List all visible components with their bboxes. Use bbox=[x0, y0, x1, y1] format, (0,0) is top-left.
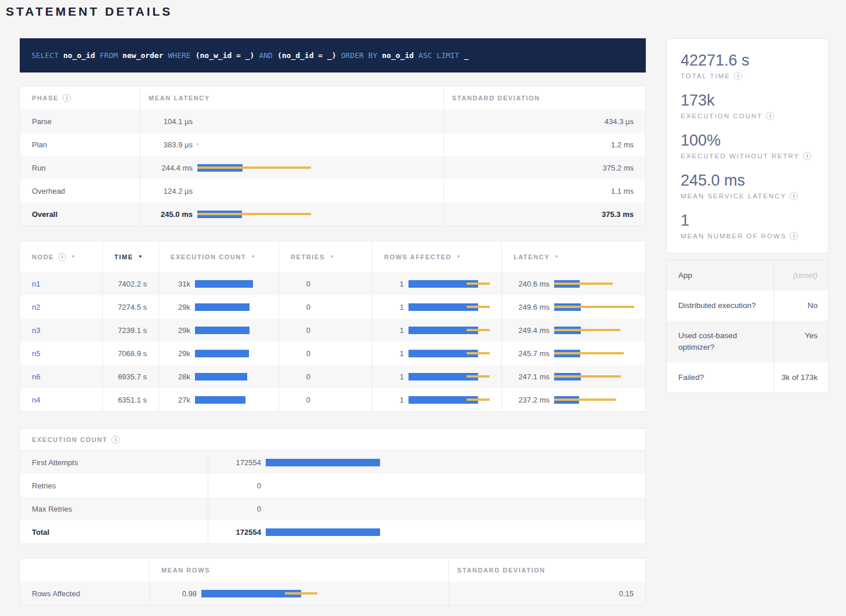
node-link[interactable]: n3 bbox=[32, 326, 40, 335]
sql-query-text: SELECTno_o_idFROMnew_orderWHERE(no_w_id … bbox=[31, 51, 469, 60]
mean-bar bbox=[195, 280, 253, 288]
standard-deviation-value: 1.2 ms bbox=[611, 140, 634, 149]
execution-count-row-label: Total bbox=[32, 528, 49, 537]
execution-count-row: Total 172554 bbox=[20, 520, 645, 543]
summary-stat-value: 100% bbox=[681, 131, 814, 150]
node-link[interactable]: n6 bbox=[32, 372, 40, 381]
execution-count-bar bbox=[195, 396, 276, 404]
mean-rows-column-header: MEAN ROWS bbox=[161, 567, 210, 574]
standard-deviation-column-header: STANDARD DEVIATION bbox=[452, 95, 540, 102]
execution-count-bar bbox=[195, 350, 276, 357]
node-link[interactable]: n2 bbox=[32, 303, 40, 311]
summary-stat-value: 42271.6 s bbox=[681, 51, 814, 70]
standard-deviation-value: 434.3 µs bbox=[605, 117, 634, 126]
execution-count-bar bbox=[266, 459, 382, 466]
node-table-row: n1 7402.2 s 31k 0 1 240.6 bbox=[20, 272, 645, 295]
node-table-row: n5 7068.9 s 29k 0 1 245.7 bbox=[20, 342, 645, 365]
node-link[interactable]: n1 bbox=[32, 280, 40, 288]
latency-column-header[interactable]: LATENCY ▼ bbox=[501, 241, 645, 272]
rows-affected-row-label: Rows Affected bbox=[32, 589, 80, 598]
standard-deviation-value: 375.3 ms bbox=[602, 210, 634, 219]
latency-bar bbox=[197, 211, 313, 218]
info-icon[interactable]: i bbox=[790, 232, 798, 240]
info-icon[interactable]: i bbox=[803, 152, 811, 160]
execution-count-bar bbox=[266, 528, 382, 536]
info-icon[interactable]: i bbox=[58, 253, 66, 261]
stddev-whisker bbox=[554, 375, 621, 378]
stddev-whisker bbox=[467, 329, 490, 331]
info-icon[interactable]: i bbox=[111, 436, 120, 444]
retries-column-header[interactable]: RETRIES ▼ bbox=[279, 241, 372, 272]
mean-rows-bar bbox=[201, 590, 317, 597]
stddev-whisker bbox=[554, 282, 613, 285]
sql-token: FROM bbox=[100, 51, 118, 60]
info-icon[interactable]: i bbox=[790, 192, 798, 200]
node-execution-count-value: 31k bbox=[164, 280, 190, 288]
summary-stat-label: MEAN SERVICE LATENCY bbox=[681, 190, 786, 202]
node-rows-affected-value: 1 bbox=[377, 280, 404, 288]
page-title: STATEMENT DETAILS bbox=[6, 5, 172, 19]
node-link[interactable]: n4 bbox=[32, 396, 40, 404]
attribute-label: Failed? bbox=[667, 363, 773, 393]
node-time-value: 7068.9 s bbox=[118, 349, 147, 358]
standard-deviation-value: 1.1 ms bbox=[611, 187, 634, 195]
attribute-label: Distributed execution? bbox=[667, 291, 773, 321]
phase-table-row: Run 244.4 ms 375.2 ms bbox=[20, 156, 645, 179]
statement-attributes-panel: App (unset) Distributed execution? No Us… bbox=[666, 260, 829, 393]
node-table-row: n2 7274.5 s 29k 0 1 249.6 bbox=[20, 295, 645, 318]
node-latency-value: 247.1 ms bbox=[507, 372, 549, 381]
execution-count-bar bbox=[195, 280, 276, 288]
execution-count-column-header[interactable]: EXECUTION COUNT ▼ bbox=[158, 241, 279, 272]
node-time-value: 6935.7 s bbox=[118, 372, 147, 381]
execution-count-value: 172554 bbox=[213, 458, 261, 467]
attribute-value: (unset) bbox=[773, 260, 828, 291]
node-retries-value: 0 bbox=[284, 372, 310, 381]
sort-desc-icon[interactable]: ▼ bbox=[138, 254, 143, 259]
info-icon[interactable]: i bbox=[63, 94, 71, 102]
stddev-whisker bbox=[554, 329, 620, 331]
latency-bar bbox=[554, 396, 647, 404]
rows-affected-column-header[interactable]: ROWS AFFECTED ▼ bbox=[372, 241, 501, 272]
sql-query-box: SELECTno_o_idFROMnew_orderWHERE(no_w_id … bbox=[20, 38, 646, 73]
time-column-header[interactable]: TIME ▼ bbox=[102, 241, 158, 272]
execution-count-row: Retries 0 bbox=[20, 474, 645, 497]
sql-token: WHERE bbox=[168, 51, 191, 60]
mean-rows-value: 0.98 bbox=[154, 589, 197, 598]
sort-desc-icon[interactable]: ▼ bbox=[251, 254, 255, 259]
node-time-value: 7402.2 s bbox=[118, 280, 147, 288]
node-table-row: n3 7239.1 s 29k 0 1 249.4 bbox=[20, 318, 645, 342]
stddev-whisker bbox=[467, 375, 490, 378]
summary-stat-label: MEAN NUMBER OF ROWS bbox=[681, 230, 786, 242]
summary-stat-value: 245.0 ms bbox=[681, 171, 814, 190]
latency-bar bbox=[554, 280, 647, 288]
phase-label: Overhead bbox=[32, 187, 65, 195]
rows-affected-bar bbox=[408, 327, 501, 334]
stddev-whisker bbox=[467, 306, 490, 308]
sort-desc-icon[interactable]: ▼ bbox=[71, 254, 75, 259]
sort-desc-icon[interactable]: ▼ bbox=[330, 254, 334, 259]
info-icon[interactable]: i bbox=[766, 112, 774, 120]
execution-count-row: First Attempts 172554 bbox=[20, 451, 645, 474]
stddev-whisker bbox=[467, 282, 490, 285]
node-retries-value: 0 bbox=[284, 349, 310, 358]
node-link[interactable]: n5 bbox=[32, 349, 40, 358]
mean-latency-value: 245.0 ms bbox=[145, 210, 193, 219]
mean-bar bbox=[195, 396, 245, 404]
summary-stat: 173k EXECUTION COUNT i bbox=[681, 91, 814, 122]
sql-token: (no_d_id = _) bbox=[277, 51, 337, 60]
sort-desc-icon[interactable]: ▼ bbox=[554, 254, 559, 259]
node-column-header[interactable]: NODE i ▼ bbox=[20, 241, 102, 272]
summary-stat-label: EXECUTED WITHOUT RETRY bbox=[681, 150, 800, 162]
sort-desc-icon[interactable]: ▼ bbox=[456, 254, 461, 259]
stddev-whisker bbox=[554, 398, 616, 401]
sql-token: _ bbox=[464, 51, 469, 60]
summary-stat-value: 1 bbox=[681, 211, 814, 230]
node-retries-value: 0 bbox=[284, 280, 310, 288]
info-icon[interactable]: i bbox=[734, 72, 742, 80]
node-rows-affected-value: 1 bbox=[377, 372, 404, 381]
node-time-value: 7274.5 s bbox=[118, 303, 147, 311]
execution-count-table: EXECUTION COUNT i First Attempts 172554 … bbox=[20, 428, 646, 544]
summary-stat: 1 MEAN NUMBER OF ROWS i bbox=[681, 211, 814, 242]
node-table-row: n6 6935.7 s 28k 0 1 247.1 bbox=[20, 365, 645, 388]
phase-label: Parse bbox=[32, 117, 52, 126]
